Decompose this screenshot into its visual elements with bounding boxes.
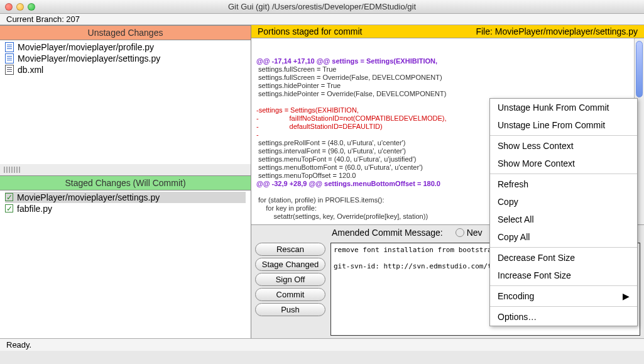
menu-item[interactable]: Show More Context (490, 155, 637, 172)
commit-message-label: Amended Commit Message: (332, 228, 443, 238)
list-item[interactable]: MoviePlayer/movieplayer/settings.py (5, 53, 246, 64)
button-column: Rescan Stage Changed Sign Off Commit Pus… (255, 243, 325, 336)
diff-line: settings.hidePointer = Override(False, D… (256, 90, 640, 98)
file-name: MoviePlayer/movieplayer/settings.py (18, 53, 160, 63)
diff-line: settings.fullScreen = Override(False, DE… (256, 74, 640, 82)
menu-separator (490, 135, 637, 136)
list-item[interactable]: db.xml (5, 64, 246, 75)
grip-icon (4, 167, 20, 173)
menu-item-label: Show More Context (498, 158, 575, 168)
status-bar: Ready. (0, 338, 644, 351)
file-name: db.xml (18, 65, 43, 75)
close-icon[interactable] (5, 3, 13, 11)
rescan-button[interactable]: Rescan (255, 243, 325, 256)
menu-item-label: Refresh (498, 179, 528, 189)
unstaged-file-list[interactable]: MoviePlayer/movieplayer/profile.pyMovieP… (0, 40, 251, 164)
sign-off-button[interactable]: Sign Off (255, 273, 325, 286)
menu-item[interactable]: Unstage Line From Commit (490, 116, 637, 134)
splitter-horizontal[interactable] (0, 164, 251, 175)
diff-line: settings.hidePointer = True (256, 82, 640, 90)
menu-item-label: Unstage Line From Commit (498, 120, 605, 130)
menu-item[interactable]: Copy All (490, 228, 637, 246)
menu-item-label: Increase Font Size (498, 270, 571, 280)
menu-item[interactable]: Copy (490, 193, 637, 211)
menu-item[interactable]: Refresh (490, 175, 637, 193)
menu-item-label: Options… (498, 312, 537, 322)
menu-separator (490, 285, 637, 286)
radio-new-commit[interactable] (456, 228, 464, 237)
file-name: MoviePlayer/movieplayer/profile.py (18, 42, 154, 52)
push-button[interactable]: Push (255, 303, 325, 316)
diff-header-file: File: MoviePlayer/movieplayer/settings.p… (476, 26, 638, 36)
menu-item-label: Decrease Font Size (498, 253, 575, 263)
scrollbar-thumb[interactable] (636, 41, 643, 97)
unstaged-header: Unstaged Changes (0, 25, 251, 40)
menu-item-label: Unstage Hunk From Commit (498, 102, 609, 113)
status-text: Ready. (6, 340, 31, 350)
diff-line: settings.fullScreen = True (256, 65, 640, 74)
file-name: MoviePlayer/movieplayer/settings.py (17, 192, 160, 202)
menu-separator (490, 247, 637, 248)
staged-file-list[interactable]: ✓MoviePlayer/movieplayer/settings.py✓fab… (0, 190, 251, 338)
menu-item[interactable]: Show Less Context (490, 137, 637, 155)
chevron-right-icon: ▶ (623, 291, 630, 301)
context-menu[interactable]: Unstage Hunk From CommitUnstage Line Fro… (489, 98, 638, 326)
menu-separator (490, 306, 637, 307)
check-icon: ✓ (5, 204, 13, 212)
list-item[interactable]: MoviePlayer/movieplayer/profile.py (5, 41, 246, 53)
zoom-icon[interactable] (28, 3, 35, 11)
menu-item[interactable]: Decrease Font Size (490, 249, 637, 267)
menu-item[interactable]: Unstage Hunk From Commit (490, 99, 637, 116)
commit-button[interactable]: Commit (255, 288, 325, 301)
file-icon (5, 65, 14, 75)
menu-item-label: Copy All (498, 232, 530, 242)
file-icon (5, 53, 14, 63)
menu-item[interactable]: Encoding▶ (490, 287, 637, 305)
left-pane: Unstaged Changes MoviePlayer/movieplayer… (0, 25, 251, 338)
minimize-icon[interactable] (16, 3, 24, 11)
file-icon (5, 42, 14, 52)
check-icon: ✓ (5, 193, 13, 201)
diff-header: Portions staged for commit File: MoviePl… (251, 25, 644, 38)
title-bar: Git Gui (git) /Users/orestis/Developer/E… (0, 0, 644, 14)
menu-item[interactable]: Increase Font Size (490, 267, 637, 284)
diff-header-left: Portions staged for commit (258, 26, 476, 36)
menu-item-label: Copy (498, 197, 518, 207)
branch-bar: Current Branch: 207 (0, 14, 644, 25)
menu-item-label: Show Less Context (498, 141, 574, 151)
menu-item-label: Encoding (498, 291, 534, 301)
current-branch-label: Current Branch: 207 (6, 14, 80, 24)
window-title: Git Gui (git) /Users/orestis/Developer/E… (43, 2, 639, 11)
list-item[interactable]: ✓fabfile.py (5, 203, 246, 214)
menu-item[interactable]: Select All (490, 211, 637, 228)
menu-item[interactable]: Options… (490, 308, 637, 326)
radio-label-partial: Nev (467, 228, 483, 238)
file-name: fabfile.py (17, 204, 52, 214)
stage-changed-button[interactable]: Stage Changed (255, 258, 325, 271)
list-item[interactable]: ✓MoviePlayer/movieplayer/settings.py (5, 192, 246, 203)
diff-line: @@ -17,14 +17,10 @@ settings = Settings(… (256, 57, 640, 65)
window-controls (5, 3, 35, 11)
menu-separator (490, 174, 637, 174)
staged-header: Staged Changes (Will Commit) (0, 175, 251, 190)
menu-item-label: Select All (498, 214, 534, 224)
